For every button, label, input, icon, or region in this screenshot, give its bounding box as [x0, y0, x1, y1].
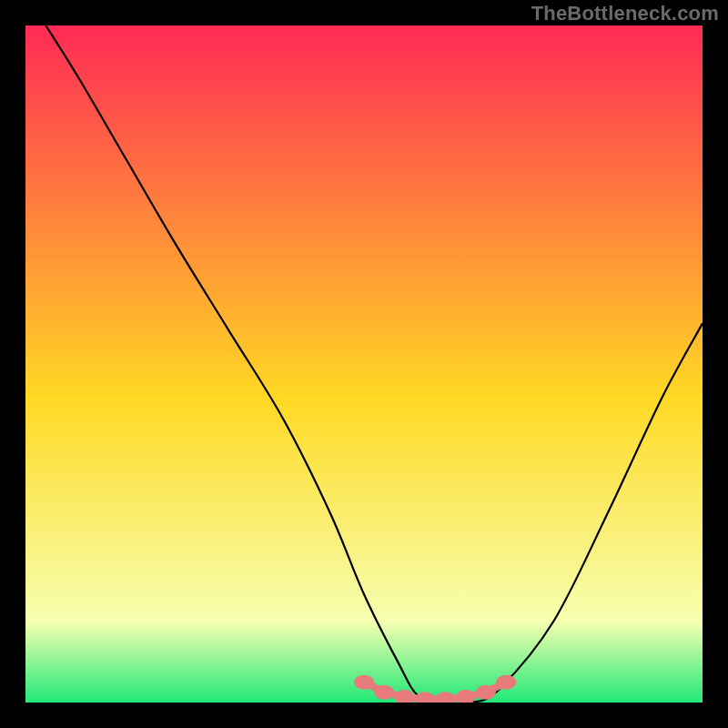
- chart-stage: TheBottleneck.com: [0, 0, 728, 728]
- bottleneck-chart: [0, 0, 728, 728]
- plot-area: [25, 25, 703, 706]
- gradient-background: [25, 25, 703, 703]
- watermark-text: TheBottleneck.com: [531, 2, 719, 25]
